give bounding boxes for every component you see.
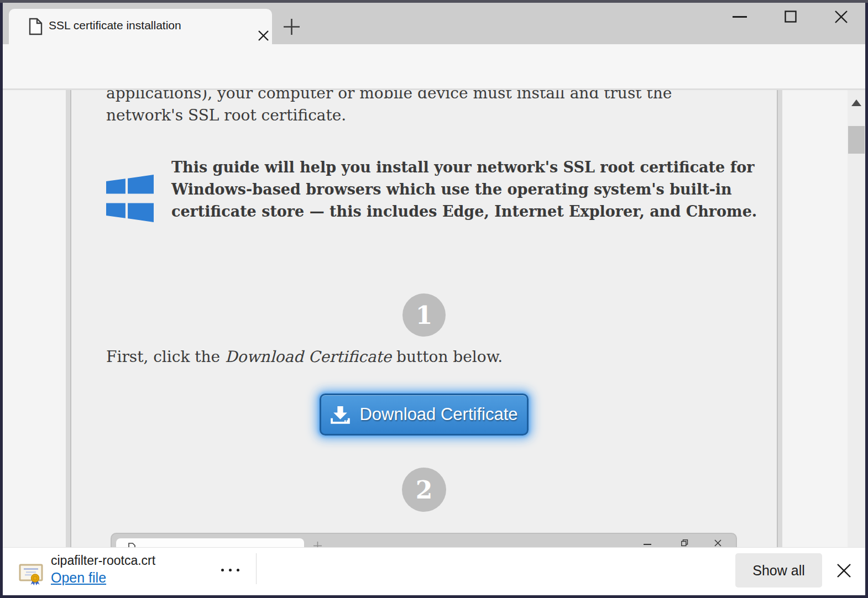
step-2-number: 2: [416, 476, 433, 504]
step-1-number: 1: [416, 301, 433, 329]
embedded-screenshot-tab: [116, 538, 304, 547]
download-button-label: Download Certificate: [359, 405, 517, 424]
minimize-icon[interactable]: [733, 16, 747, 18]
scrollbar[interactable]: [848, 90, 865, 547]
guide-paragraph: This guide will help you install your ne…: [171, 156, 768, 223]
intro-paragraph: applications), your computer or mobile d…: [106, 90, 703, 127]
tab-title: SSL certificate installation: [49, 19, 181, 32]
close-icon: [714, 539, 721, 547]
step-1-emphasis: Download Certificate: [225, 348, 391, 366]
page-viewport: applications), your computer or mobile d…: [0, 90, 868, 547]
windows-logo: [106, 175, 154, 222]
restore-icon: [681, 539, 688, 547]
content-edge-right: [778, 90, 782, 547]
download-filename: cipafilter-rootca.crt: [51, 553, 155, 568]
open-file-link[interactable]: Open file: [51, 570, 106, 586]
tab-bar: SSL certificate installation: [0, 0, 868, 44]
browser-tab[interactable]: SSL certificate installation: [9, 9, 272, 44]
shelf-close-icon[interactable]: [836, 563, 851, 578]
certificate-file-icon: [18, 560, 44, 586]
toolbar: https://portal.cipafilter.com/ssl/window…: [0, 44, 868, 88]
window-close-icon[interactable]: [834, 10, 848, 24]
shelf-divider: [256, 553, 257, 584]
minimize-icon: [644, 544, 651, 545]
download-more-icon[interactable]: [221, 569, 239, 571]
show-all-button[interactable]: Show all: [735, 553, 822, 587]
browser-window: SSL certificate installation: [0, 0, 868, 598]
new-tab-icon: [313, 542, 322, 547]
content-edge-left: [66, 90, 70, 547]
step-2-badge: 2: [402, 468, 446, 512]
scrollbar-thumb[interactable]: [848, 126, 865, 154]
page-icon: [29, 18, 43, 35]
maximize-icon[interactable]: [785, 11, 797, 23]
new-tab-icon[interactable]: [283, 18, 301, 36]
download-icon: [330, 406, 351, 424]
step-1-instruction: First, click the Download Certificate bu…: [106, 346, 714, 368]
page-icon: [128, 543, 135, 547]
embedded-screenshot-window: [111, 533, 737, 547]
download-bar: cipafilter-rootca.crt Open file Show all: [0, 547, 868, 598]
download-certificate-button[interactable]: Download Certificate: [320, 394, 529, 436]
scroll-up-icon[interactable]: [851, 99, 861, 106]
tab-close-icon[interactable]: [258, 30, 269, 41]
step-1-badge: 1: [402, 293, 446, 337]
